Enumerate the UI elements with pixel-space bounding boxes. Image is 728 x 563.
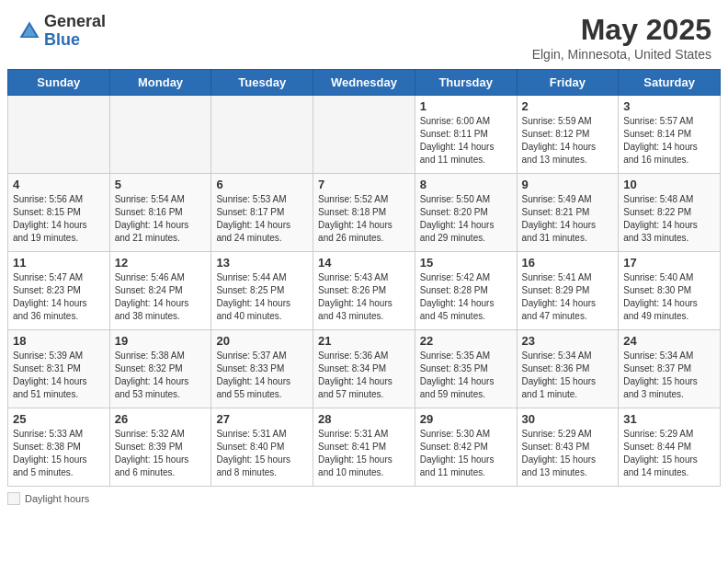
day-info: Sunrise: 5:42 AMSunset: 8:28 PMDaylight:… xyxy=(420,271,512,323)
day-cell: 3Sunrise: 5:57 AMSunset: 8:14 PMDaylight… xyxy=(619,96,721,174)
day-info: Sunrise: 5:39 AMSunset: 8:31 PMDaylight:… xyxy=(13,350,105,401)
day-cell: 24Sunrise: 5:34 AMSunset: 8:37 PMDayligh… xyxy=(619,330,721,408)
day-number: 18 xyxy=(13,334,105,348)
day-info: Sunrise: 5:54 AMSunset: 8:16 PMDaylight:… xyxy=(115,193,207,245)
day-cell: 26Sunrise: 5:32 AMSunset: 8:39 PMDayligh… xyxy=(109,408,211,487)
day-cell: 7Sunrise: 5:52 AMSunset: 8:18 PMDaylight… xyxy=(313,174,415,252)
day-cell: 23Sunrise: 5:34 AMSunset: 8:36 PMDayligh… xyxy=(517,330,619,408)
day-info: Sunrise: 5:44 AMSunset: 8:25 PMDaylight:… xyxy=(216,271,308,323)
day-cell: 5Sunrise: 5:54 AMSunset: 8:16 PMDaylight… xyxy=(109,174,211,252)
day-number: 13 xyxy=(216,256,308,270)
day-number: 21 xyxy=(318,334,410,348)
weekday-header-saturday: Saturday xyxy=(619,70,721,96)
day-info: Sunrise: 5:31 AMSunset: 8:41 PMDaylight:… xyxy=(318,428,410,479)
legend-label: Daylight hours xyxy=(25,493,89,504)
day-number: 15 xyxy=(420,256,512,270)
day-info: Sunrise: 5:43 AMSunset: 8:26 PMDaylight:… xyxy=(318,271,410,323)
day-cell: 8Sunrise: 5:50 AMSunset: 8:20 PMDaylight… xyxy=(415,174,517,252)
day-number: 23 xyxy=(522,334,614,348)
header: General Blue May 2025 Elgin, Minnesota, … xyxy=(0,0,728,69)
weekday-header-row: SundayMondayTuesdayWednesdayThursdayFrid… xyxy=(8,70,721,96)
day-info: Sunrise: 5:41 AMSunset: 8:29 PMDaylight:… xyxy=(522,271,614,323)
week-row-2: 4Sunrise: 5:56 AMSunset: 8:15 PMDaylight… xyxy=(8,174,721,252)
day-cell: 31Sunrise: 5:29 AMSunset: 8:44 PMDayligh… xyxy=(619,408,721,487)
weekday-header-wednesday: Wednesday xyxy=(313,70,415,96)
day-info: Sunrise: 5:34 AMSunset: 8:36 PMDaylight:… xyxy=(522,350,614,401)
day-cell: 29Sunrise: 5:30 AMSunset: 8:42 PMDayligh… xyxy=(415,408,517,487)
day-info: Sunrise: 5:37 AMSunset: 8:33 PMDaylight:… xyxy=(216,350,308,401)
day-number: 16 xyxy=(522,256,614,270)
day-cell: 9Sunrise: 5:49 AMSunset: 8:21 PMDaylight… xyxy=(517,174,619,252)
day-info: Sunrise: 6:00 AMSunset: 8:11 PMDaylight:… xyxy=(420,115,512,167)
day-number: 19 xyxy=(115,334,207,348)
day-number: 1 xyxy=(420,99,512,113)
day-number: 9 xyxy=(522,178,614,191)
day-cell: 2Sunrise: 5:59 AMSunset: 8:12 PMDaylight… xyxy=(517,96,619,174)
day-info: Sunrise: 5:53 AMSunset: 8:17 PMDaylight:… xyxy=(216,193,308,245)
logo: General Blue xyxy=(17,13,106,50)
day-cell xyxy=(109,96,211,174)
day-info: Sunrise: 5:29 AMSunset: 8:43 PMDaylight:… xyxy=(522,428,614,479)
day-info: Sunrise: 5:56 AMSunset: 8:15 PMDaylight:… xyxy=(13,193,105,245)
day-cell: 4Sunrise: 5:56 AMSunset: 8:15 PMDaylight… xyxy=(8,174,110,252)
day-cell: 6Sunrise: 5:53 AMSunset: 8:17 PMDaylight… xyxy=(211,174,313,252)
day-number: 29 xyxy=(420,412,512,426)
weekday-header-thursday: Thursday xyxy=(415,70,517,96)
day-number: 8 xyxy=(420,178,512,191)
day-info: Sunrise: 5:52 AMSunset: 8:18 PMDaylight:… xyxy=(318,193,410,245)
day-cell: 18Sunrise: 5:39 AMSunset: 8:31 PMDayligh… xyxy=(8,330,110,408)
day-cell: 12Sunrise: 5:46 AMSunset: 8:24 PMDayligh… xyxy=(109,252,211,330)
day-cell: 11Sunrise: 5:47 AMSunset: 8:23 PMDayligh… xyxy=(8,252,110,330)
logo-blue-text: Blue xyxy=(44,31,106,50)
day-cell: 17Sunrise: 5:40 AMSunset: 8:30 PMDayligh… xyxy=(619,252,721,330)
day-cell: 27Sunrise: 5:31 AMSunset: 8:40 PMDayligh… xyxy=(211,408,313,487)
weekday-header-friday: Friday xyxy=(517,70,619,96)
day-cell: 30Sunrise: 5:29 AMSunset: 8:43 PMDayligh… xyxy=(517,408,619,487)
day-cell: 22Sunrise: 5:35 AMSunset: 8:35 PMDayligh… xyxy=(415,330,517,408)
day-info: Sunrise: 5:50 AMSunset: 8:20 PMDaylight:… xyxy=(420,193,512,245)
day-cell xyxy=(211,96,313,174)
weekday-header-sunday: Sunday xyxy=(8,70,110,96)
day-info: Sunrise: 5:32 AMSunset: 8:39 PMDaylight:… xyxy=(115,428,207,479)
day-info: Sunrise: 5:33 AMSunset: 8:38 PMDaylight:… xyxy=(13,428,105,479)
day-cell: 15Sunrise: 5:42 AMSunset: 8:28 PMDayligh… xyxy=(415,252,517,330)
day-cell: 14Sunrise: 5:43 AMSunset: 8:26 PMDayligh… xyxy=(313,252,415,330)
day-cell xyxy=(8,96,110,174)
day-info: Sunrise: 5:47 AMSunset: 8:23 PMDaylight:… xyxy=(13,271,105,323)
day-info: Sunrise: 5:31 AMSunset: 8:40 PMDaylight:… xyxy=(216,428,308,479)
day-number: 24 xyxy=(623,334,715,348)
day-number: 25 xyxy=(13,412,105,426)
day-info: Sunrise: 5:38 AMSunset: 8:32 PMDaylight:… xyxy=(115,350,207,401)
weekday-header-monday: Monday xyxy=(109,70,211,96)
week-row-4: 18Sunrise: 5:39 AMSunset: 8:31 PMDayligh… xyxy=(8,330,721,408)
day-cell: 10Sunrise: 5:48 AMSunset: 8:22 PMDayligh… xyxy=(619,174,721,252)
day-number: 28 xyxy=(318,412,410,426)
week-row-1: 1Sunrise: 6:00 AMSunset: 8:11 PMDaylight… xyxy=(8,96,721,174)
day-info: Sunrise: 5:46 AMSunset: 8:24 PMDaylight:… xyxy=(115,271,207,323)
day-number: 3 xyxy=(623,99,715,113)
day-cell: 28Sunrise: 5:31 AMSunset: 8:41 PMDayligh… xyxy=(313,408,415,487)
day-info: Sunrise: 5:35 AMSunset: 8:35 PMDaylight:… xyxy=(420,350,512,401)
day-info: Sunrise: 5:59 AMSunset: 8:12 PMDaylight:… xyxy=(522,115,614,167)
day-cell: 19Sunrise: 5:38 AMSunset: 8:32 PMDayligh… xyxy=(109,330,211,408)
day-cell: 16Sunrise: 5:41 AMSunset: 8:29 PMDayligh… xyxy=(517,252,619,330)
day-number: 7 xyxy=(318,178,410,191)
day-number: 5 xyxy=(115,178,207,191)
day-number: 20 xyxy=(216,334,308,348)
day-number: 10 xyxy=(623,178,715,191)
week-row-5: 25Sunrise: 5:33 AMSunset: 8:38 PMDayligh… xyxy=(8,408,721,487)
day-info: Sunrise: 5:40 AMSunset: 8:30 PMDaylight:… xyxy=(623,271,715,323)
day-info: Sunrise: 5:30 AMSunset: 8:42 PMDaylight:… xyxy=(420,428,512,479)
day-cell: 1Sunrise: 6:00 AMSunset: 8:11 PMDaylight… xyxy=(415,96,517,174)
week-row-3: 11Sunrise: 5:47 AMSunset: 8:23 PMDayligh… xyxy=(8,252,721,330)
day-cell: 13Sunrise: 5:44 AMSunset: 8:25 PMDayligh… xyxy=(211,252,313,330)
day-number: 27 xyxy=(216,412,308,426)
logo-icon xyxy=(17,18,42,44)
day-cell xyxy=(313,96,415,174)
day-info: Sunrise: 5:34 AMSunset: 8:37 PMDaylight:… xyxy=(623,350,715,401)
day-number: 30 xyxy=(522,412,614,426)
day-number: 4 xyxy=(13,178,105,191)
day-number: 12 xyxy=(115,256,207,270)
month-title: May 2025 xyxy=(532,13,711,47)
weekday-header-tuesday: Tuesday xyxy=(211,70,313,96)
